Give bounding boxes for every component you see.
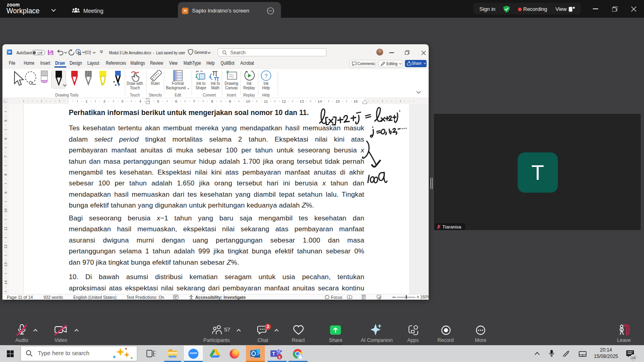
svg-text:14: 14: [3, 280, 8, 285]
svg-text:8: 8: [211, 99, 213, 103]
svg-text:14: 14: [318, 99, 322, 103]
svg-text:12: 12: [3, 245, 8, 249]
svg-text:5: 5: [3, 119, 8, 121]
svg-text:9: 9: [3, 191, 8, 193]
svg-text:8: 8: [3, 173, 8, 175]
svg-text:5: 5: [157, 99, 159, 103]
svg-text:5: 5: [279, 355, 281, 359]
svg-text:13: 13: [3, 262, 8, 267]
svg-text:15: 15: [336, 99, 340, 103]
svg-text:6: 6: [175, 99, 177, 103]
svg-text:11: 11: [3, 226, 8, 230]
svg-text:1: 1: [85, 99, 87, 103]
svg-text:10: 10: [3, 208, 8, 213]
svg-text:9: 9: [229, 99, 231, 103]
svg-text:7: 7: [3, 156, 8, 158]
svg-text:12: 12: [282, 99, 286, 103]
svg-text:4: 4: [139, 99, 141, 103]
svg-text:18: 18: [631, 355, 636, 360]
svg-text:10: 10: [246, 99, 250, 103]
svg-text:3: 3: [121, 99, 123, 103]
svg-text:13: 13: [299, 99, 304, 103]
svg-text:7: 7: [193, 99, 195, 103]
svg-text:2: 2: [103, 99, 105, 103]
svg-text:6: 6: [3, 138, 8, 140]
svg-text:11: 11: [264, 99, 268, 103]
svg-text:T: T: [272, 351, 275, 357]
svg-text:16: 16: [353, 99, 358, 103]
svg-text:?: ?: [264, 72, 268, 79]
